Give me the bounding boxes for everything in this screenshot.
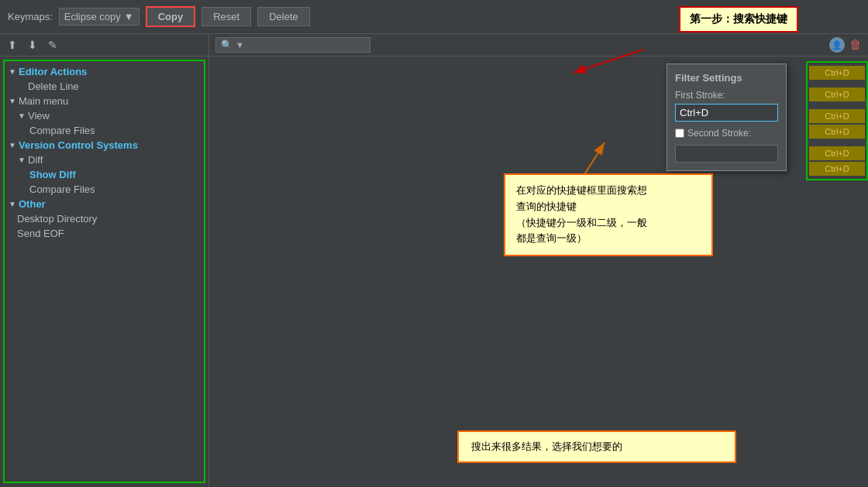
keymap-tree: ▼ Editor Actions Delete Line ▼ Main menu [3,60,205,483]
keymap-arrow-icon: ▼ [124,11,134,22]
tree-item-main-menu[interactable]: ▼ Main menu [5,94,204,108]
filter-title: Filter Settings [675,72,778,84]
tree-item-compare-files-2[interactable]: Compare Files [5,182,204,197]
tree-label-desktop-dir: Desktop Directory [17,213,97,225]
keymap-value: Eclipse copy [64,11,121,22]
filter-settings-panel: Filter Settings First Stroke: Second Str… [666,63,787,171]
arrow-other: ▼ [8,200,17,208]
tree-item-compare-files-1[interactable]: Compare Files [5,123,204,138]
annotation-middle-text: 在对应的快捷键框里面搜索想 查询的快捷键 （快捷键分一级和二级，一般 都是查询一… [516,184,647,244]
tree-label-delete-line: Delete Line [28,81,79,92]
shortcut-badge-4: Ctrl+D [809,146,865,160]
tree-label-main-menu: Main menu [19,95,68,107]
tree-item-send-eof[interactable]: Send EOF [5,226,204,241]
first-stroke-input[interactable] [675,104,778,122]
keymap-dropdown[interactable]: Eclipse copy ▼ [59,8,140,26]
shortcut-badge-3: Ctrl+D [809,125,865,139]
edit-button[interactable]: ✎ [45,37,60,53]
second-stroke-label: Second Stroke: [687,128,751,139]
shortcut-badge-1: Ctrl+D [809,87,865,101]
tree-label-version-control: Version Control Systems [19,139,138,151]
tree-item-diff[interactable]: ▼ Diff [5,153,204,167]
keymaps-label: Keymaps: [8,11,53,22]
right-icons: 👤 🗑 [829,37,862,53]
second-stroke-input[interactable] [675,145,778,163]
collapse-all-button[interactable]: ⬇ [25,37,40,53]
expand-all-button[interactable]: ⬆ [5,37,20,53]
shortcut-badge-5: Ctrl+D [809,162,865,176]
left-panel-toolbar: ⬆ ⬇ ✎ [0,34,208,57]
tree-label-show-diff: Show Diff [29,169,76,180]
search-box[interactable]: 🔍 ▼ [215,37,370,53]
annotation-bottom: 搜出来很多结果，选择我们想要的 [457,430,736,463]
tree-item-show-diff[interactable]: Show Diff [5,167,204,182]
annotation-step1: 第一步：搜索快捷键 [679,6,798,33]
search-icon: 🔍 [221,39,232,50]
tree-item-desktop-dir[interactable]: Desktop Directory [5,211,204,226]
tree-item-editor-actions[interactable]: ▼ Editor Actions [5,64,204,79]
search-dropdown-icon[interactable]: ▼ [236,40,244,50]
annotation-bottom-text: 搜出来很多结果，选择我们想要的 [471,441,622,452]
reset-button[interactable]: Reset [202,7,251,26]
trash-icon[interactable]: 🗑 [849,38,862,52]
tree-item-view[interactable]: ▼ View [5,108,204,123]
user-icon[interactable]: 👤 [829,37,845,53]
arrow-diff: ▼ [17,156,26,164]
shortcut-badge-0: Ctrl+D [809,66,865,80]
tree-label-view: View [28,110,50,122]
shortcut-badges: Ctrl+D Ctrl+D Ctrl+D Ctrl+D Ctrl+D Ctrl+… [806,61,868,180]
tree-label-send-eof: Send EOF [17,228,64,239]
annotation-middle: 在对应的快捷键框里面搜索想 查询的快捷键 （快捷键分一级和二级，一般 都是查询一… [504,173,713,256]
tree-label-compare-files-2: Compare Files [29,183,95,195]
tree-item-other[interactable]: ▼ Other [5,197,204,211]
tree-item-version-control[interactable]: ▼ Version Control Systems [5,138,204,153]
right-toolbar: 🔍 ▼ 👤 🗑 [209,34,868,57]
shortcut-badge-2: Ctrl+D [809,109,865,123]
copy-button[interactable]: Copy [146,6,196,27]
tree-label-other: Other [19,198,46,210]
arrow-main-menu: ▼ [8,97,17,105]
tree-label-editor-actions: Editor Actions [19,66,87,77]
second-stroke-row: Second Stroke: [675,128,778,139]
arrow-view: ▼ [17,111,26,120]
tree-label-compare-files-1: Compare Files [29,125,95,136]
arrow-version-control: ▼ [8,141,17,149]
first-stroke-label: First Stroke: [675,90,778,101]
tree-label-diff: Diff [28,154,43,166]
delete-button[interactable]: Delete [257,7,310,26]
left-panel: ⬆ ⬇ ✎ ▼ Editor Actions Delete Line [0,34,209,486]
arrow-editor-actions: ▼ [8,67,17,76]
main-area: ⬆ ⬇ ✎ ▼ Editor Actions Delete Line [0,34,868,486]
tree-item-delete-line[interactable]: Delete Line [5,79,204,94]
right-panel: 🔍 ▼ 👤 🗑 Filter Settings First Stroke: Se… [209,34,868,486]
second-stroke-checkbox[interactable] [675,129,684,138]
